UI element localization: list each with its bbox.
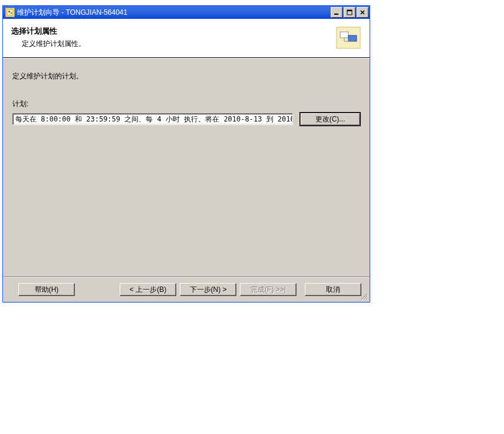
cancel-button[interactable]: 取消 xyxy=(305,283,361,296)
svg-rect-7 xyxy=(340,32,348,38)
svg-rect-3 xyxy=(334,14,338,15)
header-texts: 选择计划属性 定义维护计划属性。 xyxy=(11,24,330,49)
nav-button-group: < 上一步(B) 下一步(N) > 完成(F) >>| 取消 xyxy=(116,283,361,296)
schedule-label: 计划: xyxy=(12,99,360,109)
footer-panel: 帮助(H) < 上一步(B) 下一步(N) > 完成(F) >>| 取消 xyxy=(3,277,370,302)
svg-rect-2 xyxy=(11,12,12,14)
title-bar: 维护计划向导 - TONGJIAN-564041 xyxy=(3,6,370,19)
page-subtitle: 定义维护计划属性。 xyxy=(22,39,330,49)
help-button[interactable]: 帮助(H) xyxy=(18,283,75,296)
schedule-input[interactable]: 每天在 8:00:00 和 23:59:59 之间、每 4 小时 执行。将在 2… xyxy=(12,113,293,125)
svg-rect-1 xyxy=(8,11,10,12)
wizard-window: 维护计划向导 - TONGJIAN-564041 选择计划属性 定义维护计划属性… xyxy=(2,5,370,303)
maximize-button[interactable] xyxy=(344,7,355,18)
svg-rect-5 xyxy=(347,10,352,11)
close-button[interactable] xyxy=(357,7,368,18)
back-button[interactable]: < 上一步(B) xyxy=(120,283,176,296)
minimize-button[interactable] xyxy=(331,7,342,18)
header-panel: 选择计划属性 定义维护计划属性。 xyxy=(3,19,370,58)
change-button[interactable]: 更改(C)... xyxy=(300,113,360,126)
intro-text: 定义维护计划的计划。 xyxy=(12,71,360,81)
window-title: 维护计划向导 - TONGJIAN-564041 xyxy=(17,8,331,18)
wizard-icon xyxy=(334,24,363,52)
resize-grip-icon[interactable] xyxy=(360,292,368,301)
next-button[interactable]: 下一步(N) > xyxy=(180,283,236,296)
app-icon xyxy=(5,8,15,17)
page-title: 选择计划属性 xyxy=(11,26,330,37)
schedule-row: 每天在 8:00:00 和 23:59:59 之间、每 4 小时 执行。将在 2… xyxy=(12,113,360,126)
content-panel: 定义维护计划的计划。 计划: 每天在 8:00:00 和 23:59:59 之间… xyxy=(3,58,370,277)
finish-button: 完成(F) >>| xyxy=(240,283,297,296)
window-controls xyxy=(331,7,368,18)
